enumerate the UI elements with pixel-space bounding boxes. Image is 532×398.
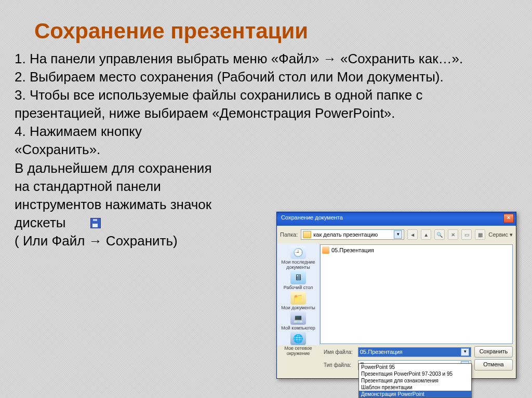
up-button[interactable]: ▲ [421,229,431,240]
place-recent-label: Мои последние документы [279,259,317,270]
filename-input[interactable]: 05.Презентация ▾ [358,347,471,357]
note-line5: ( Или Файл → Сохранить) [15,232,280,250]
step-2: 2. Выбираем место сохранения (Рабочий ст… [15,68,516,86]
place-docs[interactable]: 📁 Мои документы [279,291,317,310]
place-desktop[interactable]: 🖥 Рабочий стол [279,271,317,290]
folder-icon: 📁 [290,291,306,305]
note-line2: на стандартной панели [15,177,280,196]
note-line1: В дальнейшем для сохранения [15,159,280,177]
chevron-down-icon[interactable]: ▾ [394,230,402,239]
service-menu[interactable]: Сервис ▾ [488,231,513,238]
folder-label: Папка: [280,231,298,238]
dialog-toolbar: Папка: как делать презентацию ▾ ◄ ▲ 🔍 ✕ … [277,226,516,243]
file-list-pane[interactable]: 05.Презентация [320,244,513,344]
recent-icon: 🕘 [290,245,306,259]
dropdown-option[interactable]: Презентация для ознакомления [359,377,471,384]
places-bar: 🕘 Мои последние документы 🖥 Рабочий стол… [277,243,320,345]
search-button[interactable]: 🔍 [434,229,445,240]
save-button[interactable]: Сохранить [474,346,513,358]
slide-title: Сохранение презентации [0,0,532,50]
place-pc[interactable]: 💻 Мой компьютер [279,311,317,331]
close-button[interactable]: × [503,214,514,223]
dropdown-option[interactable]: PowerPoint 95 [359,364,471,370]
save-dialog: Сохранение документа × Папка: как делать… [276,212,516,379]
new-folder-button[interactable]: ▭ [461,229,472,240]
dropdown-option-highlighted[interactable]: Демонстрация PowerPoint [359,391,471,397]
step-3: 3. Чтобы все используемые файлы сохранил… [15,86,516,122]
place-net[interactable]: 🌐 Мое сетевое окружение [279,332,317,356]
views-button[interactable]: ▦ [475,229,485,240]
note-line4: дискеты [15,214,280,232]
dropdown-option[interactable]: Презентация PowerPoint 97-2003 и 95 [359,370,471,377]
chevron-down-icon[interactable]: ▾ [461,348,469,356]
desktop-icon: 🖥 [290,271,306,284]
dialog-titlebar: Сохранение документа × [277,212,516,226]
list-item[interactable]: 05.Презентация [322,246,511,254]
step-4-line2: «Сохранить». [15,141,280,159]
note-line3: инструментов нажимать значок [15,196,280,214]
step-1: 1. На панели управления выбрать меню «Фа… [15,50,516,68]
dropdown-option[interactable]: Шаблон презентации [359,384,471,391]
step-4-line1: 4. Нажимаем кнопку [15,122,280,141]
diskette-icon [90,218,101,228]
place-desktop-label: Рабочий стол [279,285,317,290]
filetype-dropdown-list[interactable]: PowerPoint 95 Презентация PowerPoint 97-… [358,363,472,398]
filename-value: 05.Презентация [360,349,403,355]
folder-value: как делать презентацию [313,231,378,238]
filetype-label: Тип файла: [324,362,355,368]
place-pc-label: Мой компьютер [279,325,317,331]
back-button[interactable]: ◄ [407,229,418,240]
delete-button[interactable]: ✕ [448,229,458,240]
computer-icon: 💻 [290,311,306,325]
dialog-title: Сохранение документа [281,214,343,221]
note-line4-text: дискеты [15,215,66,230]
dialog-main: 🕘 Мои последние документы 🖥 Рабочий стол… [277,243,516,345]
network-icon: 🌐 [290,332,306,345]
cancel-button[interactable]: Отмена [474,359,513,370]
folder-icon [303,231,311,238]
folder-dropdown[interactable]: как делать презентацию ▾ [301,229,404,240]
presentation-file-icon [322,246,329,254]
place-net-label: Мое сетевое окружение [279,346,317,356]
place-recent[interactable]: 🕘 Мои последние документы [279,245,317,270]
filename-label: Имя файла: [324,349,355,355]
file-name: 05.Презентация [331,247,374,253]
place-docs-label: Мои документы [279,305,317,310]
